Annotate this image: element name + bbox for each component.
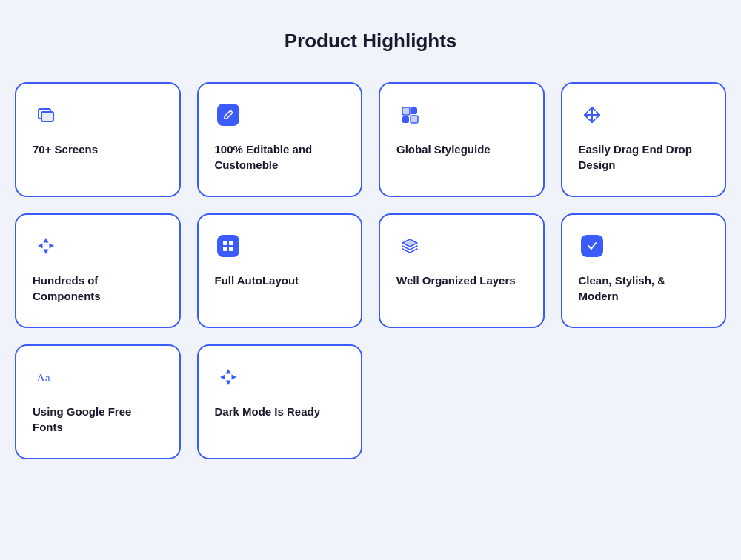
svg-rect-2 — [402, 107, 410, 115]
svg-rect-9 — [229, 247, 233, 251]
card-components: Hundreds of Components — [15, 213, 181, 328]
editable-label: 100% Editable and Customeble — [215, 141, 345, 173]
card-editable: 100% Editable and Customeble — [197, 82, 363, 197]
grid-row-2: Hundreds of Components Full AutoLayout — [15, 213, 726, 328]
styleguide-icon — [396, 101, 423, 128]
svg-rect-8 — [223, 247, 227, 251]
grid-row-1: 70+ Screens 100% Editable and Customeble — [15, 82, 726, 197]
modern-label: Clean, Stylish, & Modern — [579, 273, 709, 304]
screens-icon — [33, 101, 59, 128]
fonts-icon: Aa — [33, 364, 59, 390]
darkmode-label: Dark Mode Is Ready — [215, 404, 321, 419]
card-drag-drop: Easily Drag End Drop Design — [561, 82, 727, 197]
styleguide-label: Global Styleguide — [396, 141, 491, 157]
screens-label: 70+ Screens — [33, 141, 98, 157]
svg-rect-4 — [402, 116, 409, 123]
svg-rect-7 — [229, 241, 233, 245]
drag-drop-icon — [579, 101, 605, 128]
card-modern: Clean, Stylish, & Modern — [561, 213, 727, 328]
card-autolayout: Full AutoLayout — [197, 213, 363, 328]
card-screens: 70+ Screens — [15, 82, 181, 197]
grid-row-3: Aa Using Google Free Fonts Dark Mode Is … — [15, 344, 726, 459]
components-icon — [33, 233, 59, 259]
card-darkmode: Dark Mode Is Ready — [197, 344, 363, 459]
editable-icon — [215, 101, 242, 128]
card-layers: Well Organized Layers — [379, 213, 545, 328]
svg-text:Aa: Aa — [37, 371, 50, 384]
layers-icon — [396, 233, 423, 259]
svg-rect-1 — [41, 112, 53, 121]
page-title: Product Highlights — [15, 30, 726, 53]
autolayout-label: Full AutoLayout — [215, 273, 299, 288]
darkmode-icon — [215, 364, 242, 390]
autolayout-icon — [215, 233, 242, 259]
layers-label: Well Organized Layers — [396, 273, 516, 288]
drag-drop-label: Easily Drag End Drop Design — [579, 141, 709, 173]
main-container: Product Highlights 70+ Screens 10 — [15, 30, 726, 459]
svg-rect-3 — [411, 107, 417, 114]
svg-rect-5 — [411, 116, 418, 123]
modern-icon — [579, 233, 605, 259]
svg-rect-6 — [223, 241, 227, 245]
fonts-label: Using Google Free Fonts — [33, 404, 163, 435]
card-styleguide: Global Styleguide — [379, 82, 545, 197]
components-label: Hundreds of Components — [33, 273, 163, 304]
card-fonts: Aa Using Google Free Fonts — [15, 344, 181, 459]
